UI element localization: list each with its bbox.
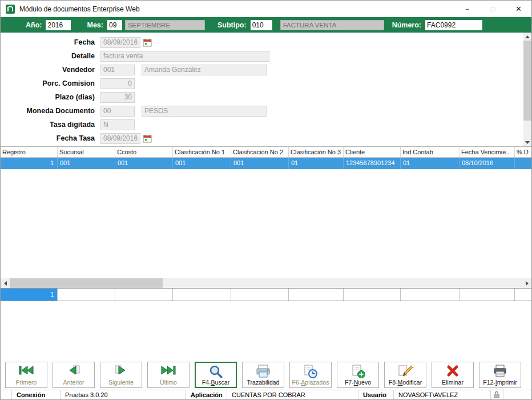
label-pre: Trazabilidad xyxy=(247,379,280,386)
label-post: odificar xyxy=(402,379,422,386)
form-vertical-scrollbar[interactable] xyxy=(523,33,531,146)
label-pre: Siguiente xyxy=(108,379,134,386)
label-pre: F6- xyxy=(292,379,301,386)
plazo-field[interactable]: 30 xyxy=(100,92,135,103)
label-pre: Último xyxy=(160,379,177,386)
column-header-cliente[interactable]: Cliente xyxy=(344,147,401,157)
column-header-porc-d[interactable]: % D xyxy=(515,147,532,157)
fecha-tasa-calendar-button[interactable] xyxy=(143,134,152,143)
maximize-button[interactable]: □ xyxy=(480,1,506,17)
minimize-button[interactable]: − xyxy=(454,1,480,17)
moneda-name-field: PESOS xyxy=(142,106,267,117)
app-icon xyxy=(6,5,15,14)
column-header-ccosto[interactable]: Ccosto xyxy=(115,147,173,157)
traceability-icon xyxy=(256,364,271,379)
fecha-tasa-label: Fecha Tasa xyxy=(1,134,100,142)
status-grip xyxy=(1,390,12,399)
year-input[interactable] xyxy=(46,20,71,30)
application-value: CUENTAS POR COBRAR xyxy=(227,390,358,399)
close-button[interactable]: ✕ xyxy=(506,1,531,17)
lock-icon xyxy=(493,391,500,399)
summary-cell xyxy=(58,289,115,301)
label-pre: Eliminar xyxy=(442,379,464,386)
label-post: uevo xyxy=(358,379,371,386)
subtype-name-field: FACTURA VENTA xyxy=(280,20,384,30)
grid-body-empty[interactable] xyxy=(1,169,531,278)
fecha-label: Fecha xyxy=(1,38,100,46)
button-label: Siguiente xyxy=(108,379,134,386)
form-row-vendedor: Vendedor 001 Amanda González xyxy=(1,63,531,77)
new-button[interactable]: F7-Nuevo xyxy=(337,362,379,388)
porc-comision-label: Porc. Comision xyxy=(1,79,100,87)
lock-segment xyxy=(491,390,503,399)
summary-cell xyxy=(401,289,460,301)
grid-selected-row[interactable]: 1 001 001 001 001 01 12345678901234 01 0… xyxy=(1,158,531,169)
column-header-registro[interactable]: Registro xyxy=(1,147,58,157)
next-button[interactable]: Siguiente xyxy=(100,362,142,388)
summary-cell xyxy=(289,289,344,301)
scrollbar-thumb[interactable] xyxy=(10,278,163,288)
traceability-button[interactable]: Trazabilidad xyxy=(242,362,284,388)
deferred-button[interactable]: F6-Aplazados xyxy=(289,362,332,388)
button-label: F12-Imprimir xyxy=(483,379,517,386)
subtype-label: Subtipo: xyxy=(217,21,247,29)
column-header-sucursal[interactable]: Sucursal xyxy=(58,147,115,157)
window-controls: − □ ✕ xyxy=(454,1,531,17)
delete-button[interactable]: Eliminar xyxy=(432,362,474,388)
form-row-fecha: Fecha 08/09/2016 xyxy=(1,35,531,49)
next-icon xyxy=(113,364,129,377)
summary-cell xyxy=(344,289,401,301)
button-label: Último xyxy=(160,379,177,386)
column-header-clasificacion-1[interactable]: Clasificación No 1 xyxy=(173,147,231,157)
scroll-down-arrow[interactable] xyxy=(523,138,531,146)
number-input[interactable] xyxy=(425,20,482,30)
summary-cell xyxy=(515,289,532,301)
vendedor-code-field[interactable]: 001 xyxy=(100,65,135,75)
modify-button[interactable]: F8-Modificar xyxy=(384,362,426,388)
moneda-code-field[interactable]: 00 xyxy=(100,106,135,117)
detalle-field[interactable]: factura venta xyxy=(100,51,269,62)
previous-button[interactable]: Anterior xyxy=(53,362,95,388)
form-row-moneda: Moneda Documento 00 PESOS xyxy=(1,104,531,118)
year-label: Año: xyxy=(26,21,42,29)
fecha-field[interactable]: 08/09/2016 xyxy=(100,37,140,48)
column-header-ind-contab[interactable]: Ind Contab xyxy=(401,147,460,157)
subtype-input[interactable] xyxy=(251,20,272,30)
print-button[interactable]: F12-Imprimir xyxy=(479,362,521,388)
label-pre: F4- xyxy=(202,379,211,386)
last-button[interactable]: Último xyxy=(147,362,190,388)
tasa-digitada-field[interactable]: N xyxy=(100,119,135,130)
search-button[interactable]: F4-Buscar xyxy=(195,362,237,388)
scroll-up-arrow[interactable] xyxy=(523,33,531,41)
deferred-icon xyxy=(303,364,318,379)
fecha-calendar-button[interactable] xyxy=(143,38,152,47)
form-row-detalle: Detalle factura venta xyxy=(1,49,531,63)
button-label: F8-Modificar xyxy=(389,379,422,386)
scrollbar-thumb[interactable] xyxy=(523,41,531,121)
first-icon xyxy=(18,364,34,377)
window-title: Módulo de documentos Enterprise Web xyxy=(19,5,454,13)
application-label: Aplicación xyxy=(186,390,227,399)
grid-horizontal-scrollbar[interactable] xyxy=(1,278,531,288)
scroll-left-arrow[interactable] xyxy=(1,278,10,288)
print-icon xyxy=(493,364,507,378)
column-header-clasificacion-2[interactable]: Clasificación No 2 xyxy=(231,147,289,157)
column-header-fecha-vencimiento[interactable]: Fecha Vencimie... xyxy=(460,147,515,157)
connection-value: Pruebas 3.0.20 xyxy=(61,390,186,399)
label-pre: F12- xyxy=(483,379,495,386)
grid-cell-ccosto: 001 xyxy=(115,158,173,169)
moneda-label: Moneda Documento xyxy=(1,107,100,115)
connection-label: Conexión xyxy=(12,390,61,399)
form-row-plazo: Plazo (dias) 30 xyxy=(1,90,531,104)
button-label: F7-Nuevo xyxy=(345,379,371,386)
month-input[interactable] xyxy=(107,20,122,30)
grid-cell-ind-contab: 01 xyxy=(401,158,460,169)
first-button[interactable]: Primero xyxy=(5,362,47,388)
porc-comision-field[interactable]: 0 xyxy=(100,78,135,89)
grid-cell-clasificacion-2: 001 xyxy=(231,158,289,169)
column-header-clasificacion-3[interactable]: Clasificación No 3 xyxy=(289,147,344,157)
empty-area xyxy=(1,301,531,361)
fecha-tasa-field[interactable]: 08/09/2016 xyxy=(100,133,140,144)
new-icon xyxy=(350,364,365,379)
scroll-right-arrow[interactable] xyxy=(522,278,531,288)
